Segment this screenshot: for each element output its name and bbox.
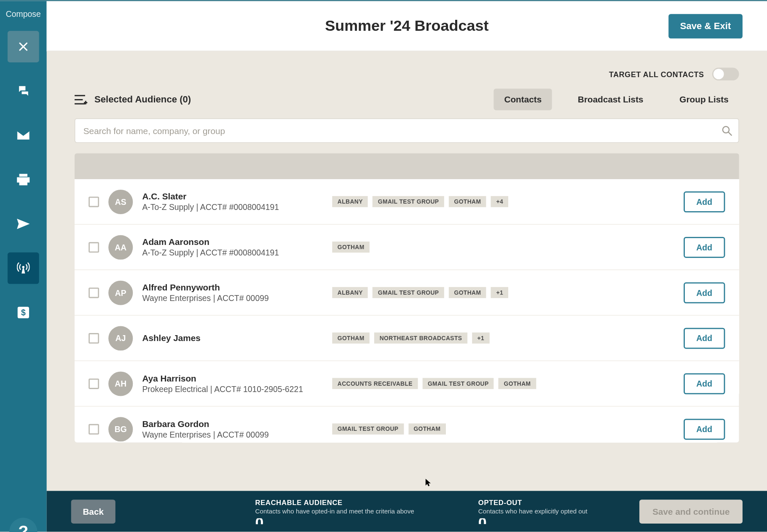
- avatar: AS: [108, 189, 133, 214]
- broadcast-icon: [17, 262, 30, 274]
- footer: Back REACHABLE AUDIENCE Contacts who hav…: [47, 491, 767, 532]
- opted-subtitle: Contacts who have explicitly opted out: [478, 508, 587, 515]
- contact-tag: GMAIL TEST GROUP: [373, 196, 444, 207]
- search-input[interactable]: [75, 118, 739, 143]
- contact-subtitle: A-To-Z Supply | ACCT# #0008004191: [142, 202, 323, 212]
- tab-contacts[interactable]: Contacts: [494, 89, 552, 110]
- contact-checkbox[interactable]: [88, 333, 99, 343]
- contact-checkbox[interactable]: [88, 242, 99, 252]
- contact-name: Aya Harrison: [142, 373, 323, 383]
- contact-row: AAAdam AaronsonA-To-Z Supply | ACCT# #00…: [75, 224, 739, 270]
- sidebar-item-payments[interactable]: $: [8, 297, 39, 328]
- contact-tag: GOTHAM: [449, 196, 486, 207]
- add-contact-button[interactable]: Add: [684, 418, 725, 439]
- avatar: AH: [108, 371, 133, 395]
- contact-tag: GMAIL TEST GROUP: [373, 287, 444, 298]
- avatar: AJ: [108, 325, 133, 350]
- contact-tag: GOTHAM: [408, 423, 446, 434]
- help-button[interactable]: ?: [9, 518, 37, 532]
- avatar: BG: [108, 416, 133, 441]
- close-button[interactable]: [8, 31, 39, 62]
- add-contact-button[interactable]: Add: [684, 328, 725, 349]
- page-title: Summer '24 Broadcast: [325, 17, 488, 35]
- reachable-title: REACHABLE AUDIENCE: [255, 498, 414, 506]
- opted-count: 0: [478, 518, 587, 524]
- contact-checkbox[interactable]: [88, 378, 99, 389]
- close-icon: [17, 41, 29, 53]
- contact-checkbox[interactable]: [88, 424, 99, 434]
- save-continue-button[interactable]: Save and continue: [640, 500, 743, 524]
- filter-list-icon: [75, 94, 87, 105]
- mail-icon: [17, 131, 30, 140]
- target-all-toggle[interactable]: [712, 67, 739, 80]
- contact-tag: GMAIL TEST GROUP: [332, 423, 404, 434]
- contact-row: APAlfred PennyworthWayne Enterprises | A…: [75, 270, 739, 315]
- contact-subtitle: Wayne Enterprises | ACCT# 00099: [142, 430, 323, 439]
- reachable-subtitle: Contacts who have opted-in and meet the …: [255, 508, 414, 515]
- sidebar: Compose $ ?: [0, 1, 47, 532]
- contact-tag: ALBANY: [332, 196, 368, 207]
- contacts-list: ASA.C. SlaterA-To-Z Supply | ACCT# #0008…: [75, 153, 739, 443]
- topbar: Summer '24 Broadcast Save & Exit: [47, 1, 767, 51]
- contact-checkbox[interactable]: [88, 287, 99, 298]
- contact-tag: GOTHAM: [332, 242, 370, 253]
- contact-name: Ashley James: [142, 333, 323, 343]
- sidebar-item-send[interactable]: [8, 208, 39, 240]
- contact-tag: NORTHEAST BROADCASTS: [374, 332, 467, 343]
- avatar: AA: [108, 235, 133, 259]
- contact-checkbox[interactable]: [88, 196, 99, 207]
- back-button[interactable]: Back: [71, 500, 115, 524]
- search-icon: [721, 125, 732, 136]
- contact-name: Adam Aaronson: [142, 236, 323, 247]
- tab-broadcast-lists[interactable]: Broadcast Lists: [567, 89, 654, 110]
- contact-subtitle: A-To-Z Supply | ACCT# #0008004191: [142, 248, 323, 257]
- dollar-icon: $: [17, 306, 29, 318]
- contact-tag: GOTHAM: [499, 378, 536, 389]
- contact-tag: ALBANY: [332, 287, 368, 298]
- chat-icon: [17, 85, 30, 97]
- help-icon: ?: [18, 522, 28, 532]
- sidebar-item-mail[interactable]: [8, 120, 39, 151]
- sidebar-item-print[interactable]: [8, 164, 39, 196]
- contact-subtitle: Prokeep Electrical | ACCT# 1010-2905-622…: [142, 384, 323, 393]
- add-contact-button[interactable]: Add: [684, 191, 725, 212]
- contact-tag: ACCOUNTS RECEIVABLE: [332, 378, 418, 389]
- contact-row: ASA.C. SlaterA-To-Z Supply | ACCT# #0008…: [75, 179, 739, 225]
- contact-subtitle: Wayne Enterprises | ACCT# 00099: [142, 293, 323, 303]
- contact-name: A.C. Slater: [142, 191, 323, 202]
- tab-group-lists[interactable]: Group Lists: [669, 89, 739, 110]
- reachable-count: 0: [255, 518, 414, 524]
- contact-row: AJAshley JamesGOTHAMNORTHEAST BROADCASTS…: [75, 315, 739, 361]
- save-exit-button[interactable]: Save & Exit: [668, 14, 743, 38]
- add-contact-button[interactable]: Add: [684, 282, 725, 303]
- contact-tag: GOTHAM: [332, 332, 370, 343]
- selected-audience-header: Selected Audience (0): [75, 94, 191, 105]
- contact-tag: +1: [491, 287, 509, 298]
- avatar: AP: [108, 280, 133, 305]
- print-icon: [17, 174, 30, 185]
- contact-tag: GMAIL TEST GROUP: [422, 378, 494, 389]
- contact-tag: +1: [472, 332, 490, 343]
- sidebar-compose-label: Compose: [6, 1, 41, 24]
- contact-tag: GOTHAM: [449, 287, 486, 298]
- svg-text:$: $: [21, 308, 26, 317]
- send-icon: [17, 219, 30, 229]
- contact-row: BGBarbara GordonWayne Enterprises | ACCT…: [75, 406, 739, 443]
- opted-title: OPTED-OUT: [478, 498, 587, 506]
- selected-audience-label: Selected Audience (0): [94, 94, 191, 105]
- sidebar-item-broadcast[interactable]: [8, 253, 39, 284]
- contact-name: Barbara Gordon: [142, 419, 323, 429]
- sidebar-item-chat[interactable]: [8, 75, 39, 107]
- add-contact-button[interactable]: Add: [684, 373, 725, 394]
- svg-point-0: [22, 266, 25, 269]
- contact-name: Alfred Pennyworth: [142, 282, 323, 292]
- add-contact-button[interactable]: Add: [684, 236, 725, 258]
- contact-row: AHAya HarrisonProkeep Electrical | ACCT#…: [75, 361, 739, 406]
- target-all-label: TARGET ALL CONTACTS: [609, 70, 704, 78]
- svg-point-3: [723, 126, 729, 133]
- contact-tag: +4: [491, 196, 509, 207]
